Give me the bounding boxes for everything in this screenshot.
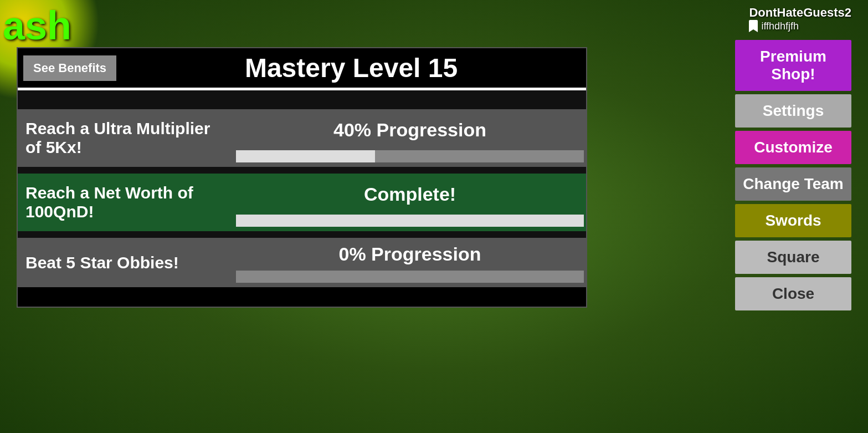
task-status-star-obbies: 0% Progression (234, 238, 586, 271)
right-panel: DontHateGuests2 iffhdhfjfh Premium Shop!… (735, 6, 851, 310)
task-row-star-obbies: Beat 5 Star Obbies! 0% Progression (18, 236, 586, 287)
task-label-star-obbies: Beat 5 Star Obbies! (18, 238, 234, 287)
progress-bar-net-worth (236, 215, 584, 227)
task-separator-1 (18, 167, 586, 171)
change-team-button[interactable]: Change Team (735, 167, 851, 201)
task-label-ultra-multiplier: Reach a Ultra Multiplier of 5Kx! (18, 109, 234, 167)
title-row: See Benefits Mastery Level 15 (18, 48, 586, 88)
task-label-net-worth: Reach a Net Worth of 100QnD! (18, 174, 234, 231)
customize-button[interactable]: Customize (735, 131, 851, 164)
ash-text: ash (3, 3, 71, 48)
square-button[interactable]: Square (735, 241, 851, 274)
progress-bar-fill-ultra-multiplier (236, 150, 375, 162)
task-row-ultra-multiplier: Reach a Ultra Multiplier of 5Kx! 40% Pro… (18, 107, 586, 167)
see-benefits-button[interactable]: See Benefits (23, 55, 116, 81)
username: DontHateGuests2 (749, 6, 851, 20)
task-separator-2 (18, 231, 586, 236)
spacer-top (18, 90, 586, 107)
swords-button[interactable]: Swords (735, 204, 851, 237)
mastery-title: Mastery Level 15 (116, 53, 586, 83)
username-area: DontHateGuests2 iffhdhfjfh (749, 6, 851, 32)
task-right-ultra-multiplier: 40% Progression (234, 109, 586, 167)
progress-bar-fill-net-worth (236, 215, 584, 227)
task-right-net-worth: Complete! (234, 174, 586, 231)
task-status-ultra-multiplier: 40% Progression (234, 109, 586, 150)
bookmark-icon (749, 20, 758, 32)
premium-shop-button[interactable]: Premium Shop! (735, 40, 851, 91)
username-sub: iffhdhfjfh (749, 20, 851, 32)
close-button[interactable]: Close (735, 277, 851, 310)
progress-bar-ultra-multiplier (236, 150, 584, 162)
task-right-star-obbies: 0% Progression (234, 238, 586, 287)
bottom-bar (18, 287, 586, 307)
task-status-net-worth: Complete! (234, 174, 586, 215)
task-row-net-worth: Reach a Net Worth of 100QnD! Complete! (18, 171, 586, 231)
progress-bar-star-obbies (236, 271, 584, 283)
settings-button[interactable]: Settings (735, 94, 851, 128)
main-panel: See Benefits Mastery Level 15 Reach a Ul… (17, 47, 587, 308)
